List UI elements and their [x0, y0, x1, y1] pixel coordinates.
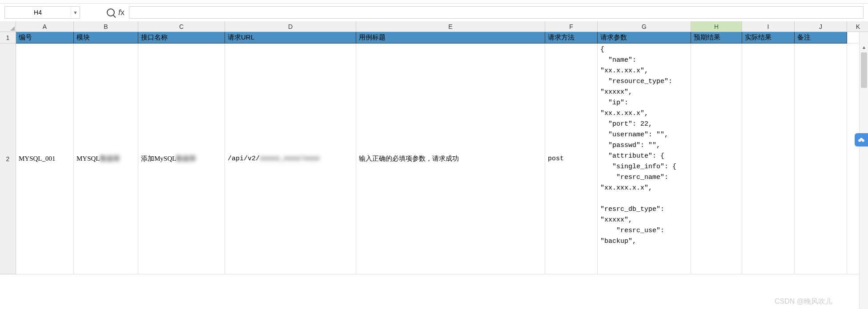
cloud-widget-icon[interactable] — [855, 133, 868, 147]
header-cell-D[interactable]: 请求URL — [225, 32, 356, 44]
svg-point-2 — [860, 138, 863, 141]
col-header-B[interactable]: B — [74, 21, 138, 32]
cell-I2[interactable] — [742, 44, 795, 274]
col-header-F[interactable]: F — [545, 21, 598, 32]
cell-J2[interactable] — [795, 44, 847, 274]
header-cell-H[interactable]: 预期结果 — [691, 32, 742, 44]
column-headers: ABCDEFGHIJK — [16, 21, 868, 32]
col-header-I[interactable]: I — [742, 21, 795, 32]
cell-F2[interactable]: post — [545, 44, 598, 274]
vertical-scrollbar[interactable]: ▲ — [859, 21, 868, 309]
col-header-C[interactable]: C — [138, 21, 225, 32]
col-header-J[interactable]: J — [795, 21, 847, 32]
header-cell-C[interactable]: 接口名称 — [138, 32, 225, 44]
cell-B2[interactable]: MYSQL数据库 — [74, 44, 138, 274]
header-cell-G[interactable]: 请求参数 — [598, 32, 691, 44]
watermark: CSDN @晚风吹儿 — [775, 297, 832, 306]
header-cell-J[interactable]: 备注 — [795, 32, 847, 44]
col-header-K[interactable]: K — [847, 21, 868, 32]
col-header-H[interactable]: H — [691, 21, 742, 32]
fx-icon[interactable]: fx — [118, 8, 125, 17]
cell-A2[interactable]: MYSQL_001 — [16, 44, 74, 274]
header-cell-F[interactable]: 请求方法 — [545, 32, 598, 44]
scroll-thumb[interactable] — [861, 52, 867, 88]
fx-container: fx — [107, 8, 125, 17]
cell-H2[interactable] — [691, 44, 742, 274]
cell-D2[interactable]: /api/v2/xxxxx_xxxx/xxxx — [225, 44, 356, 274]
scroll-up-icon[interactable]: ▲ — [860, 43, 868, 52]
cell-C2[interactable]: 添加MySQL数据库 — [138, 44, 225, 274]
col-header-E[interactable]: E — [356, 21, 545, 32]
header-cell-I[interactable]: 实际结果 — [742, 32, 795, 44]
header-cell-B[interactable]: 模块 — [74, 32, 138, 44]
row-header-2[interactable]: 2 — [0, 44, 16, 274]
col-header-D[interactable]: D — [225, 21, 356, 32]
header-cell-A[interactable]: 编号 — [16, 32, 74, 44]
grid-body[interactable]: 编号模块接口名称请求URL用例标题请求方法请求参数预期结果实际结果备注MYSQL… — [16, 32, 868, 274]
name-box-dropdown-icon[interactable]: ▼ — [71, 7, 80, 18]
toolbar-remnant — [0, 0, 868, 4]
cell-G2[interactable]: { "name": "xx.x.xx.x", "resource_type": … — [598, 44, 691, 274]
col-header-G[interactable]: G — [598, 21, 691, 32]
grid-container: ABCDEFGHIJK 12 编号模块接口名称请求URL用例标题请求方法请求参数… — [0, 21, 868, 309]
cell-E2[interactable]: 输入正确的必填项参数，请求成功 — [356, 44, 545, 274]
header-cell-E[interactable]: 用例标题 — [356, 32, 545, 44]
name-box-value: H4 — [5, 9, 71, 16]
select-all-corner[interactable] — [0, 21, 16, 32]
formula-input[interactable] — [129, 6, 864, 19]
col-header-A[interactable]: A — [16, 21, 74, 32]
name-box[interactable]: H4 ▼ — [4, 6, 80, 19]
formula-bar: H4 ▼ fx — [0, 4, 868, 21]
row-header-1[interactable]: 1 — [0, 32, 16, 44]
row-headers: 12 — [0, 32, 16, 274]
zoom-icon[interactable] — [107, 8, 115, 16]
